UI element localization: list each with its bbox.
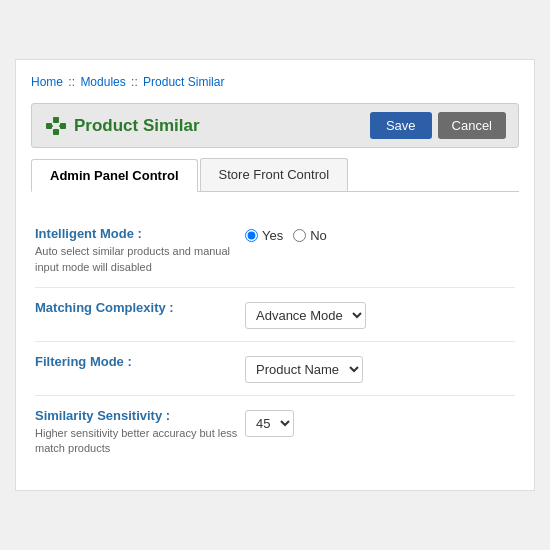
intelligent-mode-radio-group: Yes No	[245, 228, 327, 243]
form-row-intelligent-mode: Intelligent Mode : Auto select similar p…	[35, 214, 515, 288]
breadcrumb-current[interactable]: Product Similar	[143, 75, 224, 89]
svg-rect-0	[46, 123, 52, 129]
breadcrumb-modules[interactable]: Modules	[80, 75, 125, 89]
intelligent-mode-no-radio[interactable]	[293, 229, 306, 242]
intelligent-mode-yes-radio[interactable]	[245, 229, 258, 242]
header-bar: Product Similar Save Cancel	[31, 103, 519, 148]
svg-rect-3	[60, 123, 66, 129]
header-title: Product Similar	[44, 115, 200, 137]
page-title: Product Similar	[74, 116, 200, 136]
svg-rect-2	[53, 129, 59, 135]
form-row-filtering-mode: Filtering Mode : Product Name Category M…	[35, 342, 515, 396]
form-row-matching-complexity: Matching Complexity : Advance Mode Basic…	[35, 288, 515, 342]
header-buttons: Save Cancel	[370, 112, 506, 139]
form-row-similarity-sensitivity: Similarity Sensitivity : Higher sensitiv…	[35, 396, 515, 469]
similarity-sensitivity-select[interactable]: 45 50 55 60 65 70 75 80	[245, 410, 294, 437]
intelligent-mode-label: Intelligent Mode :	[35, 226, 245, 241]
svg-rect-1	[53, 117, 59, 123]
breadcrumb-home[interactable]: Home	[31, 75, 63, 89]
form-section: Intelligent Mode : Auto select similar p…	[31, 208, 519, 475]
similarity-sensitivity-control: 45 50 55 60 65 70 75 80	[245, 408, 294, 437]
breadcrumb: Home :: Modules :: Product Similar	[31, 75, 519, 89]
tab-admin[interactable]: Admin Panel Control	[31, 159, 198, 192]
form-label-group-filtering: Filtering Mode :	[35, 354, 245, 369]
filtering-mode-control: Product Name Category Manufacturer	[245, 354, 363, 383]
form-label-group-matching: Matching Complexity :	[35, 300, 245, 315]
plugin-icon	[44, 115, 66, 137]
save-button[interactable]: Save	[370, 112, 432, 139]
form-label-group-sensitivity: Similarity Sensitivity : Higher sensitiv…	[35, 408, 245, 457]
filtering-mode-label: Filtering Mode :	[35, 354, 245, 369]
intelligent-mode-desc: Auto select similar products and manual …	[35, 244, 245, 275]
cancel-button[interactable]: Cancel	[438, 112, 506, 139]
matching-complexity-control: Advance Mode Basic Mode	[245, 300, 366, 329]
intelligent-mode-no-label[interactable]: No	[293, 228, 327, 243]
matching-complexity-select[interactable]: Advance Mode Basic Mode	[245, 302, 366, 329]
similarity-sensitivity-label: Similarity Sensitivity :	[35, 408, 245, 423]
tabs: Admin Panel Control Store Front Control	[31, 158, 519, 192]
similarity-sensitivity-desc: Higher sensitivity better accuracy but l…	[35, 426, 245, 457]
page-wrapper: Home :: Modules :: Product Similar Produ…	[15, 59, 535, 491]
form-label-group: Intelligent Mode : Auto select similar p…	[35, 226, 245, 275]
intelligent-mode-control: Yes No	[245, 226, 327, 243]
intelligent-mode-yes-label[interactable]: Yes	[245, 228, 283, 243]
filtering-mode-select[interactable]: Product Name Category Manufacturer	[245, 356, 363, 383]
tab-storefront[interactable]: Store Front Control	[200, 158, 349, 191]
matching-complexity-label: Matching Complexity :	[35, 300, 245, 315]
